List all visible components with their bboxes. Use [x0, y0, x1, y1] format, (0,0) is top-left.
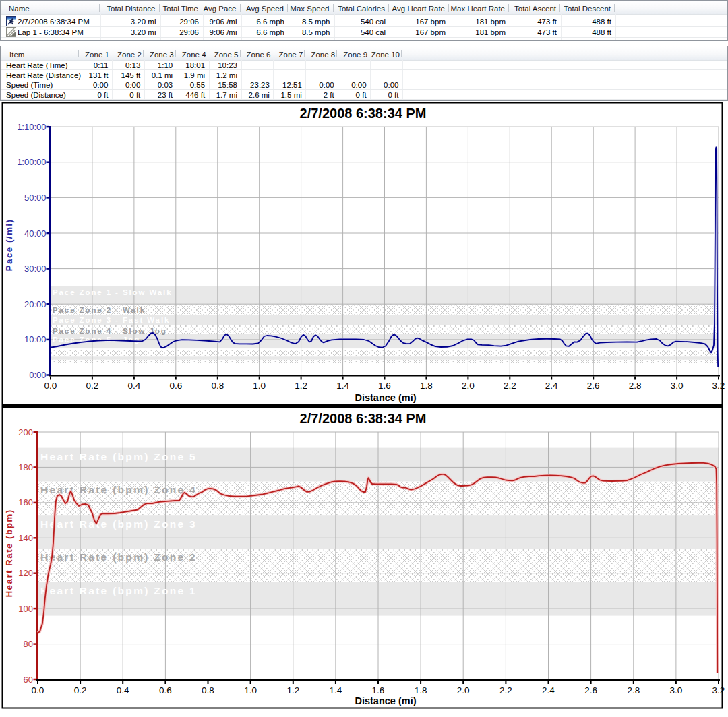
svg-text:Pace Zone 3 - Fast Walk: Pace Zone 3 - Fast Walk	[53, 316, 170, 324]
svg-text:3.0: 3.0	[671, 381, 684, 391]
svg-text:100: 100	[18, 604, 33, 614]
svg-text:2.4: 2.4	[545, 381, 558, 391]
svg-text:Heart Rate (bpm) Zone 4: Heart Rate (bpm) Zone 4	[40, 484, 197, 495]
svg-text:1:10:00: 1:10:00	[17, 122, 46, 132]
svg-text:30:00: 30:00	[24, 263, 47, 274]
svg-text:0.2: 0.2	[86, 381, 99, 391]
svg-text:Heart Rate (bpm): Heart Rate (bpm)	[4, 509, 14, 597]
svg-text:10:00: 10:00	[24, 334, 47, 344]
svg-text:1.6: 1.6	[372, 685, 385, 695]
svg-text:3.2: 3.2	[712, 685, 725, 695]
svg-text:1.0: 1.0	[244, 685, 257, 695]
svg-text:Heart Rate (bpm) Zone 2: Heart Rate (bpm) Zone 2	[40, 551, 197, 563]
svg-text:Pace Zone 1 - Slow Walk: Pace Zone 1 - Slow Walk	[53, 288, 172, 297]
svg-text:0.4: 0.4	[117, 685, 129, 695]
svg-text:1.4: 1.4	[336, 381, 349, 391]
svg-text:1.2: 1.2	[286, 685, 299, 695]
svg-text:2.6: 2.6	[587, 381, 600, 391]
svg-text:1.0: 1.0	[253, 381, 266, 391]
svg-text:160: 160	[18, 497, 33, 507]
svg-text:0.6: 0.6	[169, 381, 182, 391]
svg-text:2.8: 2.8	[629, 381, 642, 391]
svg-text:2.0: 2.0	[462, 381, 475, 391]
svg-text:2.4: 2.4	[542, 685, 555, 695]
svg-text:Pace (/mi): Pace (/mi)	[4, 219, 14, 272]
svg-text:Heart Rate (bpm) Zone 5: Heart Rate (bpm) Zone 5	[40, 451, 197, 462]
svg-text:2.2: 2.2	[499, 685, 512, 695]
svg-text:1.4: 1.4	[330, 685, 342, 695]
svg-text:2.2: 2.2	[504, 381, 516, 391]
svg-text:3.2: 3.2	[712, 381, 725, 391]
svg-text:Pace Zone 5 - Jog: Pace Zone 5 - Jog	[53, 336, 140, 344]
svg-text:50:00: 50:00	[24, 193, 47, 203]
svg-text:180: 180	[18, 462, 33, 472]
svg-text:0.8: 0.8	[202, 685, 214, 695]
svg-text:60: 60	[24, 675, 33, 685]
svg-text:3.0: 3.0	[670, 685, 683, 695]
svg-text:120: 120	[18, 568, 33, 578]
svg-text:Pace Zone 2 - Walk: Pace Zone 2 - Walk	[53, 306, 146, 314]
svg-text:80: 80	[24, 639, 33, 649]
svg-text:Heart Rate (bpm) Zone 1: Heart Rate (bpm) Zone 1	[40, 585, 197, 596]
svg-text:0.6: 0.6	[159, 685, 172, 695]
svg-text:0.0: 0.0	[44, 381, 57, 391]
svg-text:140: 140	[18, 533, 33, 543]
svg-text:2.8: 2.8	[627, 685, 640, 695]
svg-text:0.2: 0.2	[74, 685, 87, 695]
svg-text:200: 200	[18, 427, 33, 437]
svg-text:1.2: 1.2	[295, 381, 307, 391]
svg-text:1:00:00: 1:00:00	[17, 157, 46, 167]
svg-text:20:00: 20:00	[24, 299, 47, 309]
svg-text:1.6: 1.6	[378, 381, 391, 391]
svg-text:Heart Rate (bpm) Zone 3: Heart Rate (bpm) Zone 3	[40, 518, 197, 530]
svg-text:Distance (mi): Distance (mi)	[355, 695, 416, 706]
svg-text:0.4: 0.4	[128, 381, 141, 391]
svg-text:2/7/2008 6:38:34 PM: 2/7/2008 6:38:34 PM	[300, 411, 427, 426]
svg-text:2.0: 2.0	[457, 685, 470, 695]
svg-text:2/7/2008 6:38:34 PM: 2/7/2008 6:38:34 PM	[300, 106, 427, 121]
svg-text:Distance (mi): Distance (mi)	[355, 392, 416, 403]
svg-text:1.8: 1.8	[415, 685, 427, 695]
svg-text:0.0: 0.0	[32, 685, 44, 695]
svg-text:0.8: 0.8	[211, 381, 224, 391]
svg-text:0:00: 0:00	[29, 370, 46, 380]
svg-text:1.8: 1.8	[420, 381, 433, 391]
svg-text:40:00: 40:00	[24, 228, 47, 239]
svg-text:2.6: 2.6	[584, 685, 597, 695]
